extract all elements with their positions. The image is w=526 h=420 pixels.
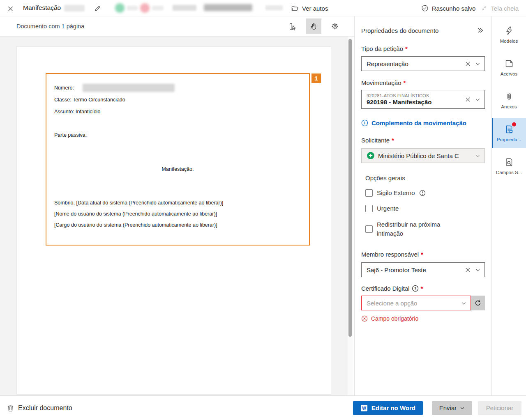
send-button[interactable]: Enviar — [432, 401, 472, 415]
complemento-movimentacao-link[interactable]: Complemento da movimentação — [361, 119, 466, 126]
membro-responsavel-select[interactable]: Saj6 - Promotor Teste — [361, 262, 485, 277]
certificado-placeholder: Selecione a opção — [367, 300, 459, 307]
rail-item-label: Anexos — [501, 104, 517, 109]
checkbox-redistribuir[interactable]: Redistribuir na próxima intimação — [365, 220, 485, 238]
required-marker: * — [404, 79, 406, 86]
certificado-digital-select[interactable]: Selecione a opção — [361, 296, 471, 310]
redacted-case-number — [83, 84, 175, 92]
rail-item-label: Acervos — [501, 71, 518, 76]
tipo-peticao-label: Tipo da petição — [361, 45, 403, 52]
scrollbar-thumb[interactable] — [348, 39, 352, 337]
document-search-icon — [504, 157, 514, 167]
top-bar: Manifestação Ver autos Rascunho salvo Te… — [0, 0, 526, 16]
refresh-icon — [474, 299, 482, 307]
hand-icon — [309, 22, 318, 31]
movimentacao-select[interactable]: 920281-ATOS FINALÍSTICOS 920198 - Manife… — [361, 90, 485, 109]
rail-item-label: Proprieda... — [497, 137, 521, 142]
bottom-action-bar: Excluir documento W Editar no Word Envia… — [0, 395, 526, 420]
ver-autos-button[interactable]: Ver autos — [291, 3, 328, 13]
petition-button[interactable]: Peticionar — [478, 401, 521, 415]
folder-icon — [291, 5, 299, 12]
chevron-down-icon[interactable] — [475, 61, 480, 67]
chevron-down-icon[interactable] — [475, 153, 480, 158]
document-scrollbar[interactable] — [348, 37, 353, 395]
pencil-icon — [94, 5, 101, 12]
solicitante-label: Solicitante — [361, 137, 390, 144]
fullscreen-button[interactable]: Tela cheia — [481, 5, 519, 12]
word-icon: W — [360, 404, 368, 412]
draft-saved-status: Rascunho salvo — [421, 5, 476, 12]
document-viewport: Número: Classe: Termo Circunstanciado As… — [0, 37, 348, 395]
error-text: Campo obrigatório — [371, 315, 418, 322]
clear-icon[interactable] — [465, 97, 471, 102]
right-rail: Modelos Acervos Anexos Proprieda... — [491, 16, 526, 395]
parte-passiva-line: Parte passiva: — [54, 132, 87, 138]
checkbox-label: Urgente — [377, 204, 399, 213]
rail-item-acervos[interactable]: Acervos — [492, 53, 526, 82]
close-button[interactable] — [6, 4, 15, 13]
solicitante-value: Ministério Público de Santa C — [378, 152, 459, 159]
document-title: Manifestação — [23, 4, 61, 11]
settings-button[interactable] — [327, 18, 343, 34]
rail-item-modelos[interactable]: Modelos — [492, 20, 526, 49]
page-count-label: Documento com 1 página — [16, 23, 84, 30]
green-plus-icon — [367, 151, 375, 160]
checkbox-sigilo-externo[interactable]: Sigilo Externo — [365, 188, 485, 197]
collapse-panel-button[interactable] — [476, 26, 485, 35]
rail-item-label: Modelos — [500, 39, 518, 44]
tipo-peticao-value: Representação — [367, 60, 463, 67]
paperclip-icon — [505, 92, 514, 101]
classe-line: Classe: Termo Circunstanciado — [54, 97, 125, 103]
properties-panel: Propriedades do documento Tipo da petiçã… — [354, 16, 491, 395]
solicitante-select[interactable]: Ministério Público de Santa C — [361, 148, 485, 163]
ver-autos-label: Ver autos — [302, 5, 328, 12]
document-page[interactable]: Número: Classe: Termo Circunstanciado As… — [16, 46, 331, 395]
close-icon — [7, 5, 14, 12]
svg-text:?: ? — [414, 286, 416, 290]
pan-tool-button[interactable] — [306, 18, 321, 34]
text-select-tool-button[interactable] — [284, 18, 300, 34]
error-circle-icon — [361, 315, 368, 322]
membro-responsavel-value: Saj6 - Promotor Teste — [367, 266, 463, 273]
double-chevron-right-icon — [477, 27, 484, 34]
svg-text:W: W — [362, 406, 366, 411]
panel-title: Propriedades do documento — [361, 27, 438, 34]
opcoes-gerais-title: Opções gerais — [365, 174, 485, 181]
checkbox-box — [365, 205, 373, 212]
chevron-down-icon[interactable] — [461, 301, 466, 306]
tipo-peticao-select[interactable]: Representação — [361, 56, 485, 71]
edit-in-word-button[interactable]: W Editar no Word — [353, 401, 423, 415]
redacted-status-dot-green — [115, 3, 125, 13]
refresh-certificates-button[interactable] — [471, 296, 485, 310]
rail-item-anexos[interactable]: Anexos — [492, 85, 526, 115]
complemento-link-label: Complemento da movimentação — [371, 119, 466, 126]
chevron-down-icon — [460, 406, 465, 411]
trash-icon — [7, 404, 14, 412]
delete-document-button[interactable]: Excluir documento — [7, 404, 72, 412]
selection-badge: 1 — [311, 73, 321, 83]
edit-in-word-label: Editar no Word — [371, 404, 415, 411]
redacted-text — [173, 5, 196, 11]
help-icon[interactable]: ? — [412, 285, 419, 292]
required-marker: * — [392, 137, 394, 144]
chevron-down-icon[interactable] — [475, 97, 480, 102]
selected-block-outline: Número: Classe: Termo Circunstanciado As… — [46, 73, 310, 246]
collapse-arrows-icon — [481, 5, 487, 11]
edit-title-button[interactable] — [93, 4, 102, 13]
required-marker: * — [421, 251, 423, 258]
checkbox-urgente[interactable]: Urgente — [365, 204, 485, 213]
required-marker: * — [421, 285, 423, 292]
movimentacao-value: 920198 - Manifestação — [367, 99, 463, 106]
info-icon[interactable] — [419, 190, 426, 196]
required-marker: * — [405, 45, 408, 52]
closing-line-1: Sombrio, [Data atual do sistema (Preench… — [54, 200, 223, 206]
text-select-cursor-icon — [288, 22, 297, 31]
rail-item-propriedades[interactable]: Proprieda... — [492, 118, 526, 148]
checkbox-box — [365, 225, 373, 233]
notification-dot — [512, 122, 516, 126]
certificado-error-message: Campo obrigatório — [361, 315, 485, 322]
chevron-down-icon[interactable] — [475, 267, 480, 273]
clear-icon[interactable] — [465, 267, 471, 273]
rail-item-campos[interactable]: Campos S... — [492, 151, 526, 181]
clear-icon[interactable] — [465, 61, 471, 67]
